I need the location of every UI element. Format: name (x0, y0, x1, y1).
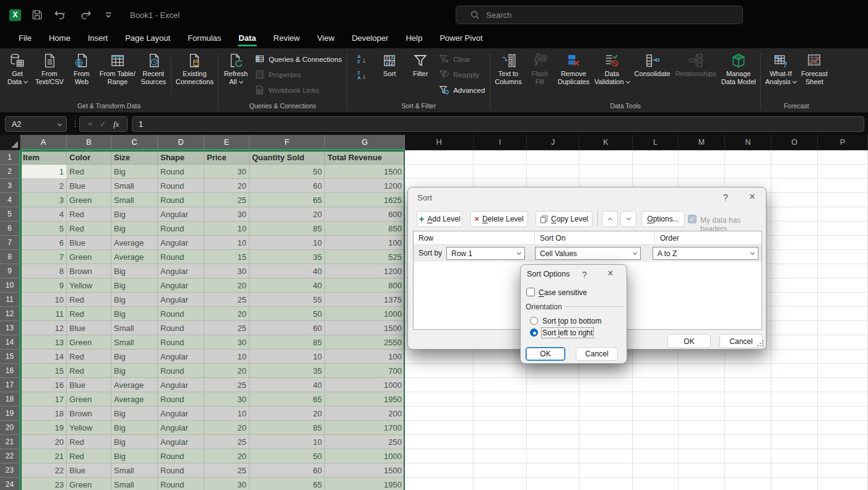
cell-D23[interactable]: Round (158, 463, 204, 478)
cell-B15[interactable]: Red (67, 350, 111, 364)
cell-I17[interactable] (474, 378, 527, 392)
column-header-G[interactable]: G (325, 135, 405, 150)
select-all-corner[interactable] (0, 135, 20, 150)
ribbon-button-what-if-analysis[interactable]: ?What-If Analysis (763, 50, 799, 87)
cell-G23[interactable]: 1500 (325, 463, 405, 478)
cell-H2[interactable] (405, 165, 474, 179)
column-header-D[interactable]: D (158, 135, 204, 150)
cell-D16[interactable]: Round (158, 364, 204, 378)
cell-G15[interactable]: 100 (325, 350, 405, 364)
row-header-4[interactable]: 4 (0, 193, 20, 207)
column-header-M[interactable]: M (679, 135, 725, 150)
cell-K18[interactable] (579, 392, 633, 406)
ribbon-button-manage-data-model[interactable]: Manage Data Model (719, 50, 758, 87)
cell-O2[interactable] (771, 165, 818, 179)
cell-F5[interactable]: 20 (250, 207, 325, 221)
cell-E3[interactable]: 20 (204, 179, 250, 193)
cell-A5[interactable]: 4 (20, 207, 67, 221)
row-header-10[interactable]: 10 (0, 278, 20, 293)
cell-P4[interactable] (818, 193, 868, 207)
cell-P16[interactable] (818, 364, 868, 378)
column-header-J[interactable]: J (527, 135, 579, 150)
undo-button[interactable] (53, 9, 68, 20)
cell-N19[interactable] (725, 406, 771, 421)
cell-C6[interactable]: Big (111, 221, 158, 236)
cell-O5[interactable] (771, 207, 818, 221)
case-sensitive-checkbox[interactable] (526, 288, 535, 296)
row-header-23[interactable]: 23 (0, 463, 20, 478)
cell-P19[interactable] (818, 406, 868, 421)
column-header-O[interactable]: O (771, 135, 818, 150)
cell-E16[interactable]: 20 (204, 364, 250, 378)
cell-E5[interactable]: 30 (204, 207, 250, 221)
cell-B4[interactable]: Green (67, 193, 111, 207)
search-input[interactable]: Search (456, 6, 743, 24)
cell-A12[interactable]: 11 (20, 307, 67, 321)
cell-O4[interactable] (771, 193, 818, 207)
ribbon-button-filter[interactable]: Filter (405, 50, 436, 79)
cell-O22[interactable] (771, 449, 818, 463)
cell-K16[interactable] (579, 364, 633, 378)
cell-I1[interactable] (474, 150, 527, 165)
row-header-14[interactable]: 14 (0, 335, 20, 350)
column-header-I[interactable]: I (474, 135, 527, 150)
cell-N22[interactable] (725, 449, 771, 463)
cell-K17[interactable] (579, 378, 633, 392)
tab-file[interactable]: File (10, 30, 40, 48)
cell-H21[interactable] (405, 435, 474, 449)
cell-I23[interactable] (474, 463, 527, 478)
cell-L16[interactable] (633, 364, 679, 378)
cell-O18[interactable] (771, 392, 818, 406)
cell-E9[interactable]: 30 (204, 264, 250, 278)
cell-D13[interactable]: Round (158, 321, 204, 335)
cell-M24[interactable] (679, 478, 725, 490)
cell-F9[interactable]: 40 (250, 264, 325, 278)
cell-B7[interactable]: Blue (67, 236, 111, 250)
row-header-9[interactable]: 9 (0, 264, 20, 278)
cell-F8[interactable]: 35 (250, 250, 325, 264)
cell-J1[interactable] (527, 150, 579, 165)
cell-A15[interactable]: 14 (20, 350, 67, 364)
cell-P13[interactable] (818, 321, 868, 335)
cell-L22[interactable] (633, 449, 679, 463)
cell-D6[interactable]: Round (158, 221, 204, 236)
cell-F22[interactable]: 50 (250, 449, 325, 463)
cell-G24[interactable]: 1950 (325, 478, 405, 490)
close-icon[interactable]: × (604, 267, 617, 280)
cell-N16[interactable] (725, 364, 771, 378)
cell-H17[interactable] (405, 378, 474, 392)
cell-B17[interactable]: Blue (67, 378, 111, 392)
enter-entry-icon[interactable]: ✓ (100, 119, 106, 129)
cell-K19[interactable] (579, 406, 633, 421)
cell-D14[interactable]: Round (158, 335, 204, 350)
cell-E19[interactable]: 10 (204, 406, 250, 421)
cell-O13[interactable] (771, 321, 818, 335)
cell-E15[interactable]: 10 (204, 350, 250, 364)
cell-D2[interactable]: Round (158, 165, 204, 179)
cell-H24[interactable] (405, 478, 474, 490)
cell-O17[interactable] (771, 378, 818, 392)
cell-B20[interactable]: Yellow (67, 421, 111, 435)
sort-row-dropdown[interactable]: Row 1 (446, 247, 525, 260)
cell-E7[interactable]: 10 (204, 236, 250, 250)
cell-P14[interactable] (818, 335, 868, 350)
cell-K2[interactable] (579, 165, 633, 179)
my-data-has-headers-checkbox[interactable]: ✓ (688, 215, 697, 223)
cell-P9[interactable] (818, 264, 868, 278)
cell-O21[interactable] (771, 435, 818, 449)
name-box[interactable]: A2 (5, 116, 67, 132)
cell-D19[interactable]: Angular (158, 406, 204, 421)
row-header-5[interactable]: 5 (0, 207, 20, 221)
cell-I2[interactable] (474, 165, 527, 179)
cell-E4[interactable]: 25 (204, 193, 250, 207)
cell-K20[interactable] (579, 421, 633, 435)
cell-P11[interactable] (818, 293, 868, 307)
row-header-18[interactable]: 18 (0, 392, 20, 406)
cell-A9[interactable]: 8 (20, 264, 67, 278)
ribbon-button-sort-z-to-a[interactable]: ZA↓ (349, 67, 374, 84)
row-header-1[interactable]: 1 (0, 150, 20, 165)
column-header-H[interactable]: H (405, 135, 474, 150)
cell-G20[interactable]: 1700 (325, 421, 405, 435)
cell-H20[interactable] (405, 421, 474, 435)
cell-C13[interactable]: Small (111, 321, 158, 335)
